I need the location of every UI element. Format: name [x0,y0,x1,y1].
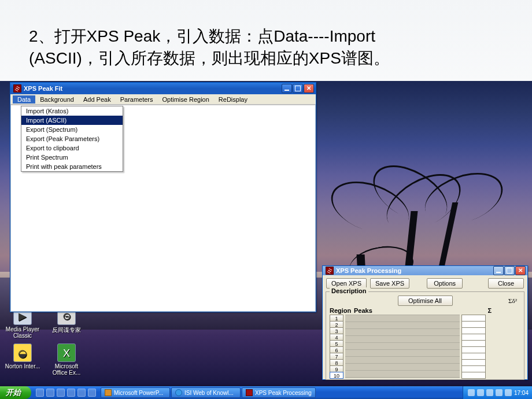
ie-icon [175,389,182,396]
quick-launch-icon[interactable] [36,389,44,397]
menu-redisplay[interactable]: ReDisplay [214,95,252,104]
xps-icon [246,389,253,396]
minimize-button[interactable] [493,266,504,275]
quick-launch-icon[interactable] [46,389,54,397]
tray-icon[interactable] [496,389,503,396]
norton-icon: ◒ [13,343,32,362]
description-group: Description Optimise All Σδ² Region Peak… [326,291,524,380]
quick-launch-icon[interactable] [57,389,65,397]
menu-optimise-region[interactable]: Optimise Region [158,95,214,104]
start-label: 开始 [6,387,21,398]
data-menu-dropdown: Import (Kratos) Import (ASCII) Export (S… [21,106,123,172]
menu-print-peak-parameters[interactable]: Print with peak parameters [21,162,123,171]
task-label: XPS Peak Processing [255,390,312,396]
close-proc-button[interactable]: Close [488,278,524,289]
slide-line1: 2、打开XPS Peak，引入数据：点Data----Import [29,27,375,45]
maximize-button[interactable] [293,84,303,93]
desktop-area: ▶ Media Player Classic ⊝ 反间谍专家 ◒ Norton … [0,81,532,399]
titlebar-fit[interactable]: XPS Peak Fit [10,83,316,94]
tray-icon[interactable] [505,389,512,396]
task-powerpoint[interactable]: Microsoft PowerP... [101,387,170,398]
window-title: XPS Peak Processing [336,267,401,274]
task-label: ISI Web of Knowl... [184,390,234,396]
optimise-all-button[interactable]: Optimise All [398,295,453,306]
task-label: Microsoft PowerP... [114,390,163,396]
excel-icon: X [57,343,76,362]
tray-icon[interactable] [468,389,475,396]
app-icon [326,267,334,275]
menu-import-kratos[interactable]: Import (Kratos) [21,106,123,116]
menu-export-peak-parameters[interactable]: Export (Peak Parameters) [21,134,123,143]
region-header: Region [330,307,350,314]
task-isi[interactable]: ISI Web of Knowl... [171,387,241,398]
quick-launch-icon[interactable] [88,389,96,397]
menubar: Data Background Add Peak Parameters Opti… [10,94,316,105]
close-button[interactable] [304,84,314,93]
clock: 17:04 [514,390,529,396]
slide-line2: (ASCII)，引入所存数据，则出现相应的XPS谱图。 [29,49,390,67]
row-headers: 1 2 3 4 5 6 7 8 9 10 [330,315,343,378]
maximize-button[interactable] [504,266,515,275]
task-xps[interactable]: XPS Peak Processing [242,387,316,398]
desktop-icon-excel[interactable]: X Microsoft Office Ex... [49,343,84,376]
options-button[interactable]: Options [427,278,463,289]
desktop-icon-label: Media Player Classic [6,326,39,339]
menu-add-peak[interactable]: Add Peak [79,95,116,104]
tray-icon[interactable] [486,389,493,396]
desktop-icon-label: 反间谍专家 [52,327,81,333]
save-xps-button[interactable]: Save XPS [370,278,409,289]
delta-header: Σδ² [508,297,517,304]
quick-launch [34,389,98,397]
taskbar-tasks: Microsoft PowerP... ISI Web of Knowl... … [98,387,463,398]
slide-title: 2、打开XPS Peak，引入数据：点Data----Import (ASCII… [29,25,503,69]
quick-launch-icon[interactable] [67,389,75,397]
menu-data[interactable]: Data [13,95,35,104]
quick-launch-icon[interactable] [77,389,86,397]
system-tray: 17:04 [463,386,532,399]
desktop-icon-label: Norton Inter... [5,363,40,370]
minimize-button[interactable] [282,84,292,93]
taskbar: 开始 Microsoft PowerP... ISI Web of Knowl.… [0,386,532,399]
peaks-grid[interactable] [345,315,460,378]
row-header-10[interactable]: 10 [330,372,343,379]
app-icon [13,84,21,93]
close-button[interactable] [515,266,526,275]
desktop-icon-norton[interactable]: ◒ Norton Inter... [5,343,40,370]
menu-print-spectrum[interactable]: Print Spectrum [21,153,123,162]
delta-column [461,315,486,378]
menu-background[interactable]: Background [35,95,79,104]
titlebar-proc[interactable]: XPS Peak Processing [323,266,527,275]
column-headers: Region Peaks Σ [330,307,520,314]
tray-icon[interactable] [477,389,484,396]
sigma-header: Σ [487,307,492,314]
peaks-header: Peaks [354,307,435,314]
description-label: Description [330,287,368,294]
window-title: XPS Peak Fit [24,85,62,92]
xps-peak-fit-window: XPS Peak Fit Data Background Add Peak Pa… [10,82,316,312]
menu-export-spectrum[interactable]: Export (Spectrum) [21,125,123,134]
menu-export-clipboard[interactable]: Export to clipboard [21,143,123,153]
delta-cell[interactable] [461,372,486,379]
menu-import-ascii[interactable]: Import (ASCII) [21,116,123,125]
menu-parameters[interactable]: Parameters [116,95,158,104]
start-button[interactable]: 开始 [0,386,31,399]
powerpoint-icon [105,389,112,396]
desktop-icon-label: Microsoft Office Ex... [53,363,81,376]
xps-peak-processing-window: XPS Peak Processing Open XPS Save XPS Op… [322,265,528,380]
